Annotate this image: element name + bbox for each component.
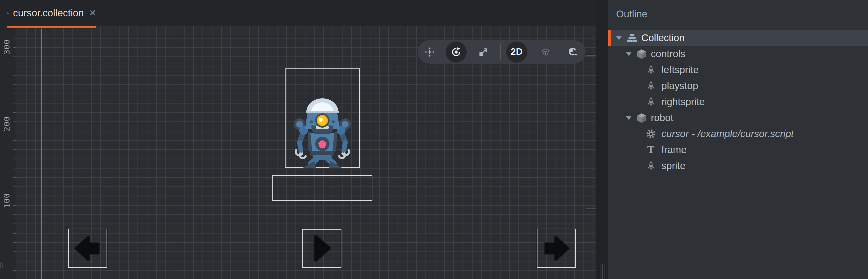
left-arrow-button-box[interactable] (68, 229, 107, 268)
splitter-grip-line (602, 264, 603, 279)
svg-text:T: T (647, 145, 655, 155)
ruler-tick-100 (586, 209, 596, 209)
tree-row-label: playstop (661, 80, 698, 92)
visibility-filters-button[interactable] (563, 40, 582, 64)
tree-row-robot[interactable]: robot (608, 110, 868, 126)
tree-row-collection[interactable]: Collection (608, 30, 868, 46)
scale-tool-icon (479, 48, 488, 56)
bottom-splitter-grip[interactable] (0, 262, 1, 268)
script-gear-icon (645, 129, 657, 139)
ruler-label-300: 300 (2, 34, 12, 60)
tree-row-label: leftsprite (661, 64, 699, 76)
right-arrow-button-box[interactable] (537, 229, 576, 268)
panel-splitter[interactable] (596, 0, 608, 279)
tree-row-label: Collection (641, 32, 685, 44)
expander-arrow-icon[interactable] (616, 36, 622, 40)
y-axis-line (41, 29, 42, 279)
camera-mode-label: 2D (511, 47, 523, 57)
rotate-tool-icon (451, 47, 461, 57)
tree-row-cursor-script[interactable]: cursor - /example/cursor.script (608, 126, 868, 142)
game-object-icon (636, 49, 647, 60)
ruler-label-100: 100 (2, 188, 12, 214)
tab-cursor-collection[interactable]: cursor.collection ✕ (7, 0, 96, 26)
play-button-box[interactable] (302, 229, 341, 268)
expander-arrow-icon[interactable] (626, 52, 632, 56)
scene-editor-column: cursor.collection ✕ 300 200 100 (0, 0, 596, 279)
tab-title: cursor.collection (13, 7, 84, 19)
outline-tree: Collection controls (608, 30, 868, 174)
robot-sprite-image[interactable] (293, 96, 351, 168)
defold-editor-window: cursor.collection ✕ 300 200 100 (0, 0, 868, 279)
outline-panel: Outline Collection (608, 0, 868, 279)
sprite-component-icon (645, 97, 657, 107)
scene-toolbar: 2D (418, 40, 585, 64)
vertical-ruler (0, 26, 16, 279)
scale-tool-button[interactable] (474, 40, 493, 64)
tree-row-label: robot (651, 112, 673, 124)
move-tool-icon (425, 47, 434, 57)
ruler-label-200: 200 (2, 111, 12, 137)
bottom-splitter-grip[interactable] (2, 262, 3, 268)
editor-tab-bar: cursor.collection ✕ (0, 0, 596, 26)
collection-icon (626, 33, 638, 43)
tree-row-label: rightsprite (661, 96, 705, 108)
expander-arrow-icon[interactable] (626, 116, 632, 120)
sprite-component-icon (645, 81, 657, 91)
label-text-icon: T (645, 145, 657, 155)
active-tab-underline (7, 26, 96, 28)
splitter-grip-line (600, 264, 600, 279)
tree-row-label: controls (651, 48, 686, 60)
frame-box[interactable] (272, 175, 372, 201)
scene-viewport[interactable]: 300 200 100 (0, 26, 596, 279)
splitter-grip-line (605, 264, 605, 279)
outline-panel-title: Outline (616, 9, 647, 20)
move-tool-button[interactable] (420, 40, 439, 64)
ruler-minor-ticks (13, 26, 16, 279)
selection-accent-bar (608, 30, 611, 46)
tree-row-playstop[interactable]: playstop (608, 78, 868, 94)
tree-row-label: frame (661, 144, 687, 155)
ruler-tick-200 (586, 132, 596, 132)
frustum-culling-icon (541, 48, 550, 56)
sprite-component-icon (645, 65, 657, 75)
rotate-tool-button-active[interactable] (446, 42, 467, 63)
left-arrow-sprite (69, 229, 107, 267)
frustum-culling-button[interactable] (536, 40, 555, 64)
tree-row-frame[interactable]: T frame (608, 142, 868, 158)
ruler-tick-300 (586, 55, 596, 55)
tree-row-label: sprite (661, 160, 686, 171)
tree-row-leftsprite[interactable]: leftsprite (608, 62, 868, 78)
play-sprite (303, 230, 341, 267)
toolbar-divider (500, 44, 501, 60)
tree-row-sprite[interactable]: sprite (608, 158, 868, 174)
game-object-icon (636, 113, 647, 124)
tab-close-icon[interactable]: ✕ (89, 8, 96, 18)
camera-mode-2d-button[interactable]: 2D (506, 42, 527, 63)
tree-row-rightsprite[interactable]: rightsprite (608, 94, 868, 110)
visibility-filters-icon (568, 47, 578, 57)
tree-row-controls[interactable]: controls (608, 46, 868, 62)
right-arrow-sprite (537, 229, 575, 267)
collection-icon (7, 9, 9, 17)
sprite-component-icon (645, 161, 657, 171)
tree-row-label: cursor - /example/cursor.script (661, 128, 794, 140)
